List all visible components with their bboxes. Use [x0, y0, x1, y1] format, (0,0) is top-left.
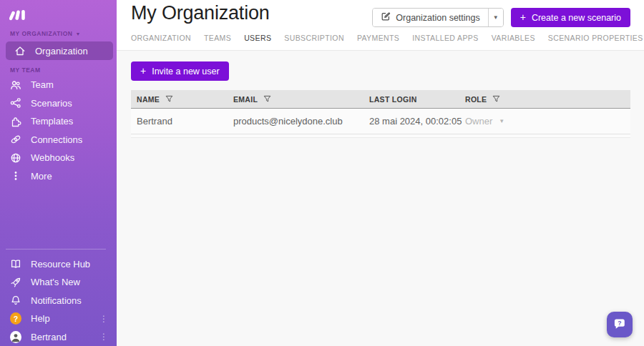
chevron-down-icon: ▼	[499, 118, 504, 124]
sidebar-item-label: Resource Hub	[31, 259, 90, 270]
column-header-role: ROLE	[465, 95, 630, 104]
sidebar-item-label: Bertrand	[31, 332, 67, 342]
make-logo-icon[interactable]	[0, 0, 117, 27]
sidebar-spacer	[0, 185, 117, 249]
sidebar-item-connections[interactable]: Connections	[0, 131, 117, 149]
sidebar-item-resource-hub[interactable]: Resource Hub	[0, 255, 117, 274]
users-table: NAME EMAIL LAST LOGIN ROLE	[131, 90, 630, 138]
sidebar-item-label: Scenarios	[31, 98, 72, 109]
filter-icon[interactable]	[492, 95, 500, 103]
sidebar-item-label: Webhooks	[31, 152, 74, 163]
sidebar-item-templates[interactable]: Templates	[0, 112, 117, 131]
help-icon: ?	[10, 313, 21, 325]
sidebar-item-user-account[interactable]: Bertrand ⋮	[0, 328, 117, 346]
sidebar-item-label: Help	[31, 313, 50, 324]
connections-icon	[10, 134, 21, 145]
book-icon	[10, 258, 21, 270]
help-chat-button[interactable]: ?	[607, 312, 633, 337]
sidebar-item-whats-new[interactable]: What's New	[0, 273, 117, 292]
chevron-down-icon: ▼	[493, 14, 499, 21]
edit-icon	[381, 11, 391, 24]
team-section-label: MY TEAM	[0, 66, 117, 74]
sidebar-item-label: Templates	[31, 116, 73, 127]
sidebar: MY ORGANIZATION ▼ Organization MY TEAM T…	[0, 0, 117, 346]
invite-user-button[interactable]: + Invite a new user	[131, 61, 229, 81]
sidebar-divider	[6, 249, 106, 249]
rocket-icon	[10, 277, 21, 288]
filter-icon[interactable]	[263, 95, 271, 103]
sidebar-item-webhooks[interactable]: Webhooks	[0, 149, 117, 167]
user-avatar	[10, 331, 21, 342]
svg-text:?: ?	[618, 319, 621, 326]
bell-icon	[10, 295, 21, 306]
sidebar-item-label: Team	[31, 79, 54, 90]
create-scenario-label: Create a new scenario	[532, 13, 621, 23]
templates-icon	[10, 116, 21, 127]
organization-settings-label: Organization settings	[396, 13, 479, 23]
organization-switcher[interactable]: MY ORGANIZATION ▼	[0, 30, 117, 37]
column-header-email: EMAIL	[233, 95, 369, 104]
column-header-last-login: LAST LOGIN	[369, 95, 465, 104]
header-actions: Organization settings ▼ + Create a new s…	[372, 8, 630, 27]
plus-icon: +	[140, 66, 146, 76]
sidebar-item-notifications[interactable]: Notifications	[0, 292, 117, 310]
scenarios-icon	[10, 97, 21, 109]
chevron-down-icon: ▼	[75, 31, 80, 36]
sidebar-item-label: Connections	[31, 134, 82, 145]
page-title: My Organization	[131, 2, 270, 24]
role-value: Owner	[465, 116, 492, 127]
user-last-login-cell: 28 mai 2024, 00:02:05	[369, 116, 465, 127]
column-header-name: NAME	[137, 95, 233, 104]
sidebar-item-label: Organization	[35, 46, 88, 56]
webhooks-globe-icon	[10, 152, 21, 164]
user-email-cell: products@nicelydone.club	[233, 116, 369, 127]
sidebar-item-team[interactable]: Team	[0, 76, 117, 94]
sidebar-item-label: More	[31, 171, 52, 182]
user-role-cell: Owner ▼	[465, 116, 630, 127]
account-menu-dots-icon[interactable]: ⋮	[99, 332, 108, 341]
plus-icon: +	[520, 12, 526, 22]
role-select[interactable]: Owner ▼	[465, 116, 504, 127]
home-icon	[14, 45, 26, 56]
create-scenario-button[interactable]: + Create a new scenario	[511, 8, 630, 27]
users-content: + Invite a new user NAME EMAIL	[117, 51, 644, 346]
team-icon	[10, 79, 21, 91]
more-dots-icon	[10, 170, 21, 182]
invite-user-label: Invite a new user	[152, 66, 220, 76]
chat-bubble-icon: ?	[613, 317, 627, 333]
filter-icon[interactable]	[165, 95, 173, 103]
table-row: Bertrand products@nicelydone.club 28 mai…	[131, 109, 630, 134]
sidebar-item-more[interactable]: More	[0, 167, 117, 186]
organization-settings-button[interactable]: Organization settings	[373, 9, 487, 26]
sidebar-item-help[interactable]: ? Help ⋮	[0, 310, 117, 328]
table-header-row: NAME EMAIL LAST LOGIN ROLE	[131, 90, 630, 109]
organization-switcher-label: MY ORGANIZATION	[10, 30, 72, 37]
user-name-cell: Bertrand	[137, 116, 233, 127]
sidebar-item-label: Notifications	[31, 295, 82, 306]
organization-settings-dropdown-button[interactable]: ▼	[488, 9, 503, 26]
help-menu-dots-icon[interactable]: ⋮	[99, 315, 108, 323]
sidebar-item-label: What's New	[31, 277, 80, 287]
sidebar-item-organization[interactable]: Organization	[6, 41, 113, 60]
organization-settings-split-button: Organization settings ▼	[372, 8, 503, 27]
sidebar-item-scenarios[interactable]: Scenarios	[0, 94, 117, 113]
